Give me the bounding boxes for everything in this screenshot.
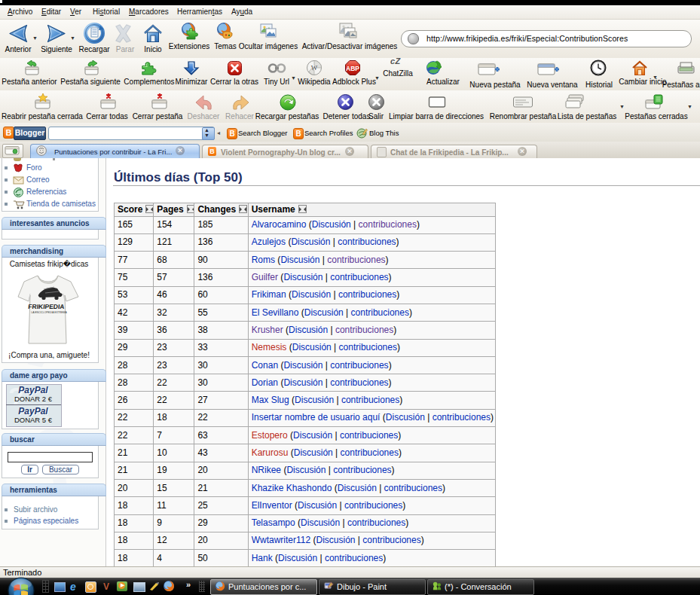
- svg-text:FRIKIPEDIA: FRIKIPEDIA: [28, 303, 65, 310]
- svg-text:W: W: [311, 64, 318, 72]
- svg-text:ABP: ABP: [346, 65, 359, 72]
- svg-text:LA ENCICLOPEDIA EXTREMA: LA ENCICLOPEDIA EXTREMA: [31, 311, 67, 314]
